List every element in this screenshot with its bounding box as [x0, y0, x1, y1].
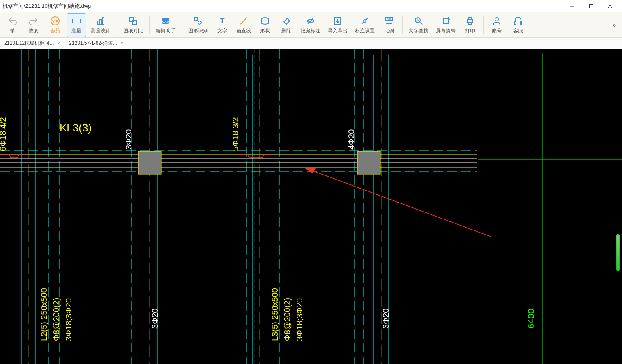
svg-line-27: [420, 22, 422, 25]
connection-detail: [0, 154, 272, 158]
shape-rec-icon: [193, 16, 203, 26]
toolbar-separator: [182, 16, 182, 34]
annot-set-button[interactable]: 标注设置: [352, 13, 378, 37]
svg-rect-35: [520, 22, 522, 24]
undo-button[interactable]: 销: [2, 13, 22, 37]
svg-text:CAD: CAD: [162, 20, 169, 23]
print-button[interactable]: 打印: [460, 13, 480, 37]
scale-icon: A:B: [384, 16, 394, 26]
print-icon: [465, 16, 475, 26]
text-button[interactable]: T 文字: [212, 13, 232, 37]
beam-l2-line2: Φ8@200(2): [52, 298, 61, 341]
delete-button[interactable]: 删除: [276, 13, 296, 37]
eraser-icon: [281, 16, 292, 26]
svg-rect-9: [97, 21, 99, 24]
shape-icon: [260, 16, 270, 26]
toolbar-more-button[interactable]: »: [608, 21, 620, 29]
tab-1[interactable]: 21231.12抗爆机柜间… ✕: [0, 38, 65, 49]
service-button[interactable]: 客服: [508, 13, 528, 37]
svg-text:VIP: VIP: [52, 19, 58, 23]
svg-rect-10: [100, 19, 101, 24]
search-icon: A: [413, 16, 424, 26]
window-title: 机修车间\21231.10机修车间结施.dwg: [2, 2, 563, 10]
annot-settings-icon: [359, 16, 370, 26]
drawing-canvas[interactable]: KL3(3) 6Φ18 4/2 5Φ18 3/2 3Φ20 4Φ20 3Φ20 …: [0, 49, 622, 364]
svg-rect-16: [195, 18, 198, 21]
column-box: [357, 151, 380, 174]
measure-button[interactable]: 测量: [67, 13, 86, 37]
svg-line-68: [304, 168, 491, 237]
beam-label: KL3(3): [60, 122, 92, 134]
column-rebar: 4Φ20: [347, 129, 356, 150]
toolbar-separator: [117, 16, 117, 34]
svg-point-33: [495, 18, 498, 21]
dimension-value: 6400: [526, 309, 536, 329]
toolbar-separator: [402, 16, 403, 34]
rebar-label: 6Φ18 4/2: [0, 117, 7, 151]
window-controls: [563, 0, 620, 12]
vip-button[interactable]: VIP 会员: [45, 13, 65, 37]
column-rebar: 3Φ20: [381, 309, 390, 329]
measure-stat-button[interactable]: 测量统计: [88, 13, 113, 37]
undo-icon: [7, 16, 18, 26]
shape-rec-button[interactable]: 图形识别: [185, 13, 211, 37]
import-export-button[interactable]: 导入导出: [325, 13, 350, 37]
title-bar: 机修车间\21231.10机修车间结施.dwg: [0, 0, 622, 12]
toolbar-separator: [149, 16, 150, 34]
edit-helper-icon: CAD: [160, 16, 171, 26]
crosshair: [478, 53, 622, 364]
rotate-icon: [440, 16, 451, 26]
stat-icon: [95, 16, 106, 26]
hide-annot-button[interactable]: 隐藏标注: [298, 13, 323, 37]
column-rebar: 3Φ20: [150, 309, 159, 329]
beam-l3-line2: Φ8@200(2): [283, 298, 292, 341]
maximize-button[interactable]: [582, 0, 601, 12]
svg-point-17: [198, 21, 201, 24]
redo-button[interactable]: 恢复: [24, 13, 44, 37]
minimize-button[interactable]: [563, 0, 582, 12]
find-text-button[interactable]: A 文字查找: [406, 13, 431, 37]
annotation-arrow: [304, 168, 491, 237]
tab-label: 21231.57-1-62-消防…: [69, 40, 117, 47]
shape-button[interactable]: 形状: [255, 13, 275, 37]
beam-l3-line3: 3Φ18;3Φ20: [295, 298, 304, 341]
cad-drawing: KL3(3) 6Φ18 4/2 5Φ18 3/2 3Φ20 4Φ20 3Φ20 …: [0, 49, 622, 364]
svg-line-19: [240, 18, 247, 24]
eye-off-icon: [305, 16, 316, 26]
svg-text:T: T: [220, 17, 225, 25]
svg-marker-69: [304, 168, 316, 173]
tab-label: 21231.12抗爆机柜间…: [4, 40, 54, 47]
close-icon[interactable]: ✕: [57, 41, 60, 46]
svg-rect-1: [590, 5, 593, 8]
svg-rect-34: [514, 22, 516, 24]
measure-icon: [71, 16, 82, 26]
import-export-icon: [332, 16, 343, 26]
beam-l2-line3: 3Φ18;3Φ20: [64, 298, 73, 341]
document-tabs: 21231.12抗爆机柜间… ✕ 21231.57-1-62-消防… ✕: [0, 38, 622, 49]
svg-text:A: A: [417, 19, 419, 22]
line-icon: [238, 16, 249, 26]
scale-button[interactable]: A:B 比例: [379, 13, 399, 37]
main-toolbar: 销 恢复 VIP 会员 测量 测量统计 图纸对比 CAD 编辑助手 图形识别 T…: [0, 12, 622, 38]
vip-icon: VIP: [50, 16, 60, 26]
svg-rect-11: [102, 18, 104, 24]
edit-helper-button[interactable]: CAD 编辑助手: [153, 13, 178, 37]
scroll-indicator[interactable]: [616, 234, 620, 271]
toolbar-separator: [483, 16, 484, 34]
compare-button[interactable]: 图纸对比: [120, 13, 146, 37]
headset-icon: [513, 16, 523, 26]
close-icon[interactable]: ✕: [120, 41, 124, 46]
compare-icon: [128, 16, 138, 26]
rotate-button[interactable]: 屏幕旋转: [433, 13, 458, 37]
svg-point-22: [364, 20, 366, 22]
tab-2[interactable]: 21231.57-1-62-消防… ✕: [65, 38, 128, 49]
account-button[interactable]: 账号: [487, 13, 507, 37]
close-button[interactable]: [601, 0, 620, 12]
svg-text:A:B: A:B: [387, 18, 391, 20]
rebar-label: 5Φ18 3/2: [231, 117, 240, 151]
beam-band: [0, 150, 477, 172]
line-button[interactable]: 画直线: [234, 13, 253, 37]
redo-icon: [28, 16, 39, 26]
text-icon: T: [217, 16, 228, 26]
column-rebar: 3Φ20: [124, 129, 133, 150]
